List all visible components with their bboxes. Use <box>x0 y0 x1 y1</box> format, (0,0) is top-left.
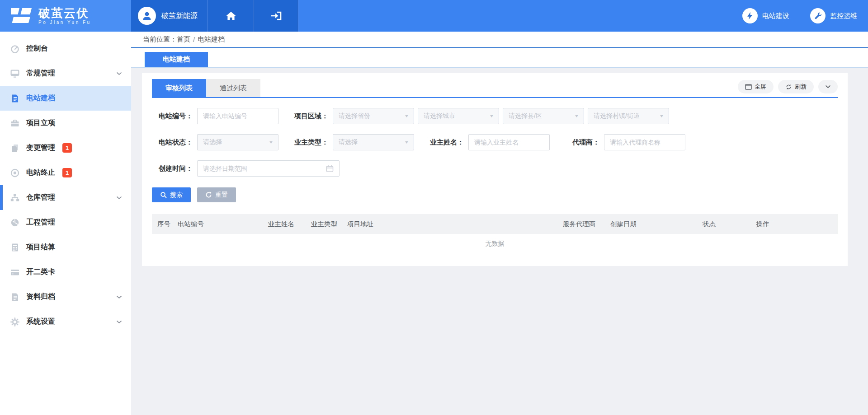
wrench-icon <box>810 8 826 23</box>
tab-passed-list[interactable]: 通过列表 <box>206 79 260 97</box>
sidebar-item-dashboard[interactable]: 控制台 <box>0 36 131 61</box>
refresh-icon <box>785 84 792 90</box>
table-header-row: 序号 电站编号 业主姓名 业主类型 项目地址 服务代理商 创建日期 状态 操作 <box>152 214 838 234</box>
app-title: 破茧云伏 <box>38 7 91 19</box>
station-status-label: 电站状态： <box>152 138 193 147</box>
archive-file-icon <box>10 292 20 302</box>
sidebar-item-open-card[interactable]: 开二类卡 <box>0 260 131 284</box>
content-area: 审核列表 通过列表 全屏 刷新 <box>131 68 868 415</box>
user-menu[interactable]: 破茧新能源 <box>131 0 208 32</box>
filter-row-3: 创建时间： <box>152 160 838 177</box>
sidebar-item-system-settings[interactable]: 系统设置 <box>0 309 131 334</box>
town-select[interactable]: 请选择村镇/街道 ▼ <box>588 108 669 124</box>
pie-chart-icon <box>10 218 20 228</box>
sidebar-item-engineering-mgmt[interactable]: 工程管理 <box>0 210 131 235</box>
owner-name-label: 业主姓名： <box>423 138 464 147</box>
reset-icon <box>205 191 212 198</box>
user-avatar <box>138 7 156 25</box>
user-block: 破茧新能源 <box>131 0 298 32</box>
chevron-down-icon <box>116 196 122 200</box>
credit-card-icon <box>10 267 20 277</box>
col-owner-type: 业主类型 <box>306 214 342 234</box>
agent-label: 代理商： <box>559 138 599 147</box>
tab-review-list[interactable]: 审核列表 <box>152 79 206 97</box>
file-blue-icon <box>10 93 20 103</box>
sidebar-item-station-terminate[interactable]: 电站终止 1 <box>0 160 131 185</box>
owner-type-select[interactable]: 请选择 ▼ <box>333 134 414 150</box>
panel-tabs: 审核列表 通过列表 全屏 刷新 <box>152 79 838 98</box>
agent-input[interactable] <box>604 134 685 150</box>
caret-down-icon: ▼ <box>404 114 409 118</box>
station-filing-panel: 审核列表 通过列表 全屏 刷新 <box>142 73 848 266</box>
empty-state: 无数据 <box>152 234 838 254</box>
logo-text: 破茧云伏 Po Jian Yun Fu <box>38 7 91 25</box>
col-actions: 操作 <box>750 214 838 234</box>
nav-app-station-build[interactable]: 电站建设 <box>742 8 789 23</box>
breadcrumb-home-link[interactable]: 首页 <box>177 35 190 44</box>
briefcase-icon <box>10 118 20 128</box>
filter-row-2: 电站状态： 请选择 ▼ 业主类型： 请选择 ▼ <box>152 134 838 150</box>
signin-button[interactable] <box>254 0 298 32</box>
date-range-picker[interactable] <box>197 160 340 177</box>
sidebar-item-station-filing[interactable]: 电站建档 <box>0 86 131 111</box>
nav-app-label: 监控运维 <box>830 12 857 20</box>
date-range-input[interactable] <box>203 165 326 172</box>
station-status-select[interactable]: 请选择 ▼ <box>197 134 278 150</box>
brand-logo-icon <box>10 7 33 24</box>
sitemap-icon <box>10 193 20 203</box>
lightning-icon <box>742 8 758 23</box>
chevron-down-icon <box>116 295 122 299</box>
filter-region: 项目区域： 请选择省份 ▼ 请选择城市 ▼ 请选择县/区 ▼ <box>288 108 669 124</box>
badge-count: 1 <box>62 143 72 153</box>
top-navbar: 破茧云伏 Po Jian Yun Fu 破茧新能源 <box>0 0 868 32</box>
user-name: 破茧新能源 <box>161 11 198 21</box>
sidebar-item-general-mgmt[interactable]: 常规管理 <box>0 61 131 86</box>
calendar-icon <box>326 165 334 173</box>
caret-down-icon: ▼ <box>404 140 409 145</box>
col-project-address: 项目地址 <box>342 214 557 234</box>
page-tab-strip: 电站建档 <box>131 48 868 68</box>
sidebar-item-project-settlement[interactable]: 项目结算 <box>0 235 131 260</box>
station-no-input[interactable] <box>197 108 278 124</box>
refresh-button[interactable]: 刷新 <box>778 80 814 93</box>
search-button[interactable]: 搜索 <box>152 187 191 202</box>
sidebar-item-data-archive[interactable]: 资料归档 <box>0 284 131 309</box>
caret-down-icon: ▼ <box>269 140 274 145</box>
district-select[interactable]: 请选择县/区 ▼ <box>503 108 584 124</box>
sidebar-item-warehouse-mgmt[interactable]: 仓库管理 <box>0 185 131 210</box>
fullscreen-button[interactable]: 全屏 <box>738 80 774 93</box>
dashboard-icon <box>10 44 20 54</box>
gear-icon <box>10 317 20 327</box>
breadcrumb-prefix: 当前位置： <box>143 35 177 44</box>
region-label: 项目区域： <box>288 112 328 121</box>
home-button[interactable] <box>208 0 254 32</box>
sidebar-item-change-mgmt[interactable]: 变更管理 1 <box>0 135 131 160</box>
calculator-icon <box>10 242 20 252</box>
collapse-toolbar-button[interactable] <box>818 80 838 93</box>
sidebar: 控制台 常规管理 电站建档 项目立项 <box>0 32 131 415</box>
caret-down-icon: ▼ <box>659 114 664 118</box>
breadcrumb: 当前位置： 首页 / 电站建档 <box>131 32 868 48</box>
nav-app-label: 电站建设 <box>762 12 789 20</box>
chevron-down-icon <box>825 85 831 89</box>
person-icon <box>142 10 152 21</box>
logo-block: 破茧云伏 Po Jian Yun Fu <box>0 0 131 32</box>
reset-button[interactable]: 重置 <box>197 187 236 202</box>
chevron-down-icon <box>116 320 122 324</box>
filter-owner-name: 业主姓名： <box>423 134 550 150</box>
col-created-date: 创建日期 <box>605 214 697 234</box>
city-select[interactable]: 请选择城市 ▼ <box>418 108 499 124</box>
breadcrumb-current: 电站建档 <box>198 35 225 44</box>
nav-app-monitor-ops[interactable]: 监控运维 <box>810 8 857 23</box>
sidebar-item-project-initiation[interactable]: 项目立项 <box>0 111 131 135</box>
col-index: 序号 <box>152 214 172 234</box>
page-tab-station-filing[interactable]: 电站建档 <box>145 52 208 67</box>
filter-row-1: 电站编号： 项目区域： 请选择省份 ▼ 请选择城市 ▼ <box>152 108 838 124</box>
province-select[interactable]: 请选择省份 ▼ <box>333 108 414 124</box>
fullscreen-icon <box>745 84 752 90</box>
copy-icon <box>10 143 20 153</box>
col-station-no: 电站编号 <box>172 214 263 234</box>
owner-name-input[interactable] <box>468 134 550 150</box>
navbar-right: 电站建设 监控运维 <box>722 0 868 32</box>
results-table: 序号 电站编号 业主姓名 业主类型 项目地址 服务代理商 创建日期 状态 操作 <box>152 214 838 254</box>
